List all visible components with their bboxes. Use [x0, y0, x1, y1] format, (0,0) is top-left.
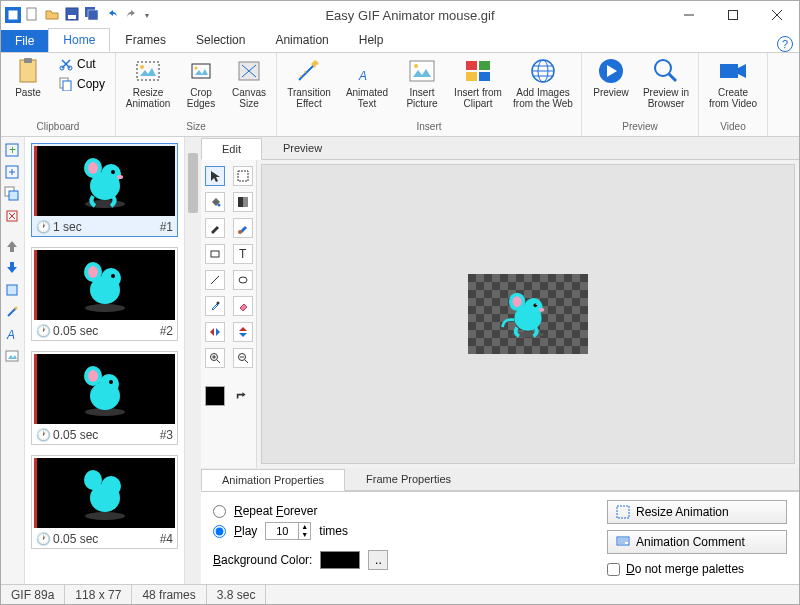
app-icon [5, 7, 21, 23]
saveall-icon[interactable] [85, 7, 101, 23]
save-icon[interactable] [65, 7, 81, 23]
status-frame-count: 48 frames [132, 585, 206, 604]
resize-animation-prop-button[interactable]: Resize Animation [607, 500, 787, 524]
svg-rect-29 [466, 61, 477, 70]
frame-item[interactable]: 0.05 sec#2 [31, 247, 178, 341]
tool-zoomin-icon[interactable] [205, 348, 225, 368]
animated-text-button[interactable]: AAnimated Text [341, 55, 393, 109]
play-label: Play [234, 524, 257, 538]
frame-item[interactable]: 0.05 sec#3 [31, 351, 178, 445]
play-count-spinner[interactable]: ▲▼ [265, 522, 311, 540]
svg-text:A: A [6, 328, 15, 341]
svg-rect-32 [479, 72, 490, 81]
frame-item[interactable]: 1 sec#1 [31, 143, 178, 237]
editor-tab-edit[interactable]: Edit [201, 138, 262, 160]
file-tab[interactable]: File [1, 30, 48, 52]
add-images-web-button[interactable]: Add Images from the Web [511, 55, 575, 109]
svg-line-86 [217, 360, 220, 363]
window-title: Easy GIF Animator mouse.gif [149, 8, 671, 23]
insert-clipart-button[interactable]: Insert from Clipart [451, 55, 505, 109]
tool-zoomout-icon[interactable] [233, 348, 253, 368]
props-tab-animation[interactable]: Animation Properties [201, 469, 345, 491]
svg-point-21 [195, 67, 198, 70]
canvas-size-button[interactable]: Canvas Size [228, 55, 270, 109]
svg-point-71 [85, 512, 125, 520]
side-image-icon[interactable] [3, 347, 21, 365]
tool-pointer-icon[interactable] [205, 166, 225, 186]
repeat-forever-radio[interactable] [213, 505, 226, 518]
props-tab-frame[interactable]: Frame Properties [345, 468, 472, 490]
tool-marquee-icon[interactable] [233, 166, 253, 186]
bg-color-picker-button[interactable]: .. [368, 550, 388, 570]
new-icon[interactable] [25, 7, 41, 23]
side-add-frame-icon[interactable]: + [3, 141, 21, 159]
tool-pencil-icon[interactable] [205, 218, 225, 238]
paste-button[interactable]: Paste [7, 55, 49, 98]
side-move-up-icon[interactable] [3, 237, 21, 255]
merge-palettes-checkbox[interactable] [607, 563, 620, 576]
spinner-up-icon[interactable]: ▲ [299, 523, 310, 531]
spinner-down-icon[interactable]: ▼ [299, 531, 310, 539]
svg-rect-9 [729, 11, 738, 20]
frame-list[interactable]: 1 sec#1 0.05 sec#2 0.05 sec#3 0.05 sec#4 [25, 137, 185, 584]
help-icon[interactable]: ? [777, 36, 793, 52]
bg-color-swatch[interactable] [320, 551, 360, 569]
tool-bucket-icon[interactable] [205, 192, 225, 212]
close-button[interactable] [759, 3, 795, 27]
svg-rect-13 [24, 58, 32, 63]
animation-comment-button[interactable]: Animation Comment [607, 530, 787, 554]
tab-help[interactable]: Help [344, 28, 399, 52]
svg-rect-3 [27, 8, 36, 20]
tool-eraser-icon[interactable] [233, 296, 253, 316]
svg-point-70 [109, 380, 113, 384]
svg-text:T: T [239, 248, 247, 260]
undo-icon[interactable] [105, 7, 121, 23]
crop-edges-button[interactable]: Crop Edges [180, 55, 222, 109]
resize-animation-button[interactable]: Resize Animation [122, 55, 174, 109]
side-move-down-icon[interactable] [3, 259, 21, 277]
swap-colors-icon[interactable] [233, 386, 253, 406]
tab-frames[interactable]: Frames [110, 28, 181, 52]
tool-eyedropper-icon[interactable] [205, 296, 225, 316]
svg-rect-48 [7, 285, 17, 295]
svg-point-59 [85, 304, 125, 312]
copy-button[interactable]: Copy [55, 75, 109, 93]
transition-effect-button[interactable]: Transition Effect [283, 55, 335, 109]
open-icon[interactable] [45, 7, 61, 23]
tab-animation[interactable]: Animation [260, 28, 343, 52]
tool-rect-icon[interactable] [205, 244, 225, 264]
side-insert-frame-icon[interactable] [3, 163, 21, 181]
tab-home[interactable]: Home [48, 28, 110, 52]
side-text-icon[interactable]: A [3, 325, 21, 343]
svg-rect-5 [68, 15, 76, 19]
maximize-button[interactable] [715, 3, 751, 27]
svg-point-96 [539, 308, 544, 312]
svg-rect-51 [6, 351, 18, 361]
tab-selection[interactable]: Selection [181, 28, 260, 52]
tool-line-icon[interactable] [205, 270, 225, 290]
side-wand-icon[interactable] [3, 303, 21, 321]
insert-picture-button[interactable]: Insert Picture [399, 55, 445, 109]
frame-list-scrollbar[interactable] [185, 137, 201, 584]
play-radio[interactable] [213, 525, 226, 538]
tool-text-icon[interactable]: T [233, 244, 253, 264]
cut-button[interactable]: Cut [55, 55, 109, 73]
editor-tab-preview[interactable]: Preview [262, 137, 343, 159]
tool-ellipse-icon[interactable] [233, 270, 253, 290]
side-duplicate-icon[interactable] [3, 185, 21, 203]
tool-flipv-icon[interactable] [233, 322, 253, 342]
minimize-button[interactable] [671, 3, 707, 27]
tool-brush-icon[interactable] [233, 218, 253, 238]
side-edit-icon[interactable] [3, 281, 21, 299]
canvas-area[interactable] [261, 164, 795, 464]
foreground-color[interactable] [205, 386, 225, 406]
preview-button[interactable]: Preview [588, 55, 634, 98]
frame-item[interactable]: 0.05 sec#4 [31, 455, 178, 549]
preview-browser-button[interactable]: Preview in Browser [640, 55, 692, 109]
side-delete-icon[interactable] [3, 207, 21, 225]
play-count-input[interactable] [266, 523, 298, 539]
create-from-video-button[interactable]: Create from Video [705, 55, 761, 109]
tool-gradient-icon[interactable] [233, 192, 253, 212]
redo-icon[interactable] [125, 7, 141, 23]
tool-fliph-icon[interactable] [205, 322, 225, 342]
